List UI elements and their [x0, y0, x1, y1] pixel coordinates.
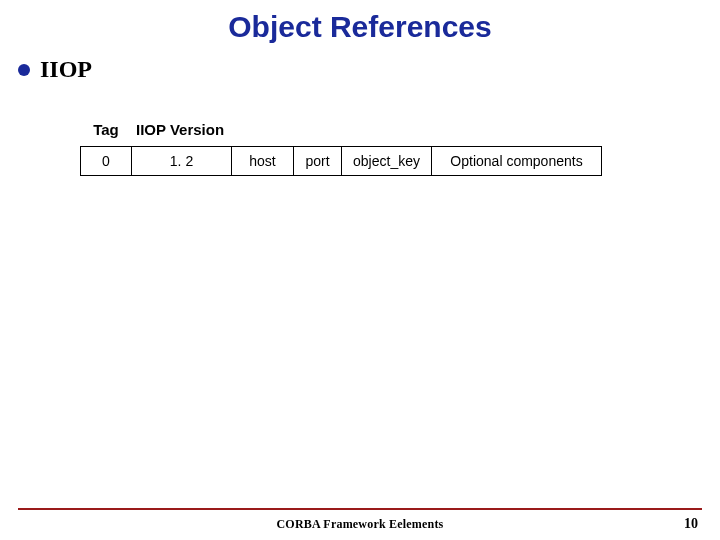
cell-tag: 0	[80, 146, 132, 176]
iiop-table: Tag IIOP Version 0 1. 2 host port object…	[80, 121, 720, 176]
footer-text: CORBA Framework Eelements	[0, 517, 720, 532]
cell-version: 1. 2	[132, 146, 232, 176]
footer-divider	[18, 508, 702, 510]
header-version: IIOP Version	[132, 121, 240, 138]
cell-port: port	[294, 146, 342, 176]
table-header-row: Tag IIOP Version	[80, 121, 720, 138]
slide-title: Object References	[0, 0, 720, 44]
bullet-item: IIOP	[18, 56, 720, 83]
cell-host: host	[232, 146, 294, 176]
page-number: 10	[684, 516, 698, 532]
header-tag: Tag	[80, 121, 132, 138]
cell-object-key: object_key	[342, 146, 432, 176]
cell-optional: Optional components	[432, 146, 602, 176]
bullet-label: IIOP	[40, 56, 92, 83]
table-row: 0 1. 2 host port object_key Optional com…	[80, 146, 720, 176]
bullet-icon	[18, 64, 30, 76]
